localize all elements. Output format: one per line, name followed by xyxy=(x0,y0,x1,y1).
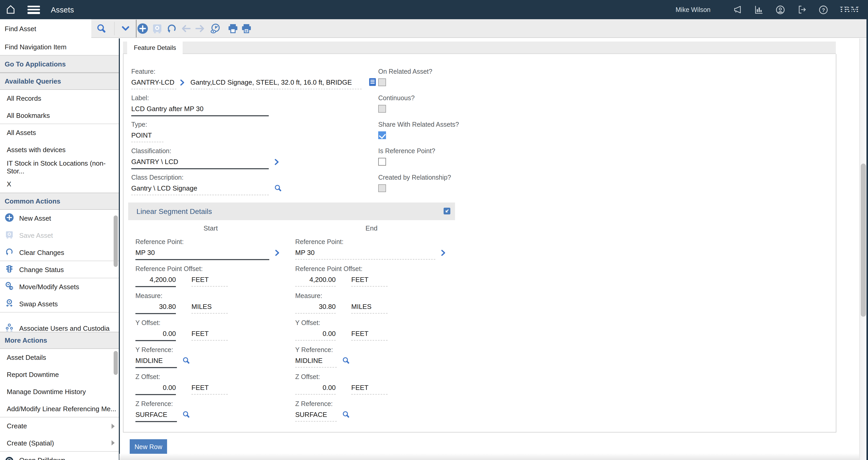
sidebar-item-open-drilldown-clipped[interactable]: Open Drilldown xyxy=(0,452,119,460)
drilldown-icon xyxy=(5,455,14,460)
sidebar-item-new-asset[interactable]: New Asset xyxy=(0,210,119,227)
start-measure-unit: MILES xyxy=(191,303,228,314)
end-y-offset-value[interactable]: 0.00 xyxy=(295,330,336,341)
class-description-search-icon[interactable] xyxy=(274,184,282,193)
sidebar-item-create[interactable]: Create xyxy=(0,418,119,435)
end-z-offset-value[interactable]: 0.00 xyxy=(295,384,336,395)
is-reference-point-label: Is Reference Point? xyxy=(378,147,435,155)
end-z-reference-search-icon[interactable] xyxy=(342,411,350,419)
sidebar-item-clear-changes[interactable]: Clear Changes xyxy=(0,244,119,261)
logout-icon[interactable] xyxy=(797,5,807,15)
share-with-related-assets-checkbox[interactable] xyxy=(378,131,386,139)
print-with-attachments-icon[interactable] xyxy=(241,23,252,34)
feature-value[interactable]: GANTRY-LCD xyxy=(131,78,177,89)
collapse-section-icon[interactable] xyxy=(443,208,451,214)
start-measure-field: Measure: 30.80 MILES xyxy=(135,292,228,314)
start-measure-value[interactable]: 30.80 xyxy=(135,303,176,314)
sidebar-item-x[interactable]: X xyxy=(0,175,119,193)
sidebar-item-swap-assets[interactable]: Swap Assets xyxy=(0,295,119,313)
sidebar-item-add-modify-linear-referencing[interactable]: Add/Modify Linear Referencing Me... xyxy=(0,400,119,418)
share-with-related-assets-field: Share With Related Assets? xyxy=(378,121,459,139)
sidebar-item-move-modify-assets[interactable]: Move/Modify Assets xyxy=(0,278,119,295)
save-icon xyxy=(5,230,14,241)
type-field-label: Type: xyxy=(131,121,163,128)
print-icon[interactable] xyxy=(227,23,239,34)
end-reference-point-value[interactable]: MP 30 xyxy=(295,249,435,260)
find-navigation-input[interactable]: Find Navigation Item xyxy=(0,38,119,56)
find-asset-input[interactable]: Find Asset xyxy=(0,19,91,38)
announcement-icon[interactable] xyxy=(732,5,742,15)
tab-feature-details[interactable]: Feature Details xyxy=(127,41,183,54)
sidebar-item-assets-with-devices[interactable]: Assets with devices xyxy=(0,141,119,159)
new-record-icon[interactable] xyxy=(137,23,148,34)
end-reference-point-chevron-icon[interactable] xyxy=(440,249,446,257)
sidebar-header-common-actions[interactable]: Common Actions xyxy=(0,193,119,210)
start-y-reference-search-icon[interactable] xyxy=(182,357,190,365)
start-reference-point-value[interactable]: MP 30 xyxy=(135,249,269,260)
sidebar-header-more-actions[interactable]: More Actions xyxy=(0,332,119,349)
class-description-value[interactable]: Gantry \ LCD Signage xyxy=(131,184,269,195)
main-scrollbar-track[interactable] xyxy=(859,38,866,460)
sidebar-item-it-stock[interactable]: IT Stock in Stock Locations (non-Stor... xyxy=(0,159,119,175)
menu-icon[interactable] xyxy=(28,5,40,14)
end-y-reference-search-icon[interactable] xyxy=(342,357,350,365)
toolbar: Find Asset xyxy=(0,19,868,38)
start-y-reference-value[interactable]: MIDLINE xyxy=(135,357,177,368)
end-measure-value[interactable]: 30.80 xyxy=(295,303,336,314)
start-reference-point-offset-value[interactable]: 4,200.00 xyxy=(135,276,176,287)
sidebar-item-all-records[interactable]: All Records xyxy=(0,90,119,107)
start-reference-point-chevron-icon[interactable] xyxy=(275,249,280,257)
start-column-header: Start xyxy=(190,224,231,232)
end-measure-field: Measure: 30.80 MILES xyxy=(295,292,388,314)
sidebar-item-all-bookmarks[interactable]: All Bookmarks xyxy=(0,107,119,124)
clear-changes-icon[interactable] xyxy=(166,23,178,34)
sidebar-item-report-downtime[interactable]: Report Downtime xyxy=(0,366,119,383)
sidebar-header-go-to-applications[interactable]: Go To Applications xyxy=(0,56,119,73)
end-measure-unit: MILES xyxy=(351,303,388,314)
home-icon[interactable] xyxy=(5,4,16,15)
is-reference-point-checkbox[interactable] xyxy=(378,158,386,166)
start-z-reference-search-icon[interactable] xyxy=(182,411,190,419)
sidebar-item-change-status[interactable]: Change Status xyxy=(0,261,119,278)
start-y-offset-value[interactable]: 0.00 xyxy=(135,330,176,341)
sidebar-item-create-spatial[interactable]: Create (Spatial) xyxy=(0,435,119,452)
associate-users-icon xyxy=(5,323,14,332)
classify-chevron-icon[interactable] xyxy=(274,159,280,166)
user-name[interactable]: Mike Wilson xyxy=(676,6,711,13)
detail-chevron-icon[interactable] xyxy=(180,79,185,86)
sidebar-item-all-assets[interactable]: All Assets xyxy=(0,124,119,141)
new-row-button[interactable]: New Row xyxy=(130,439,167,454)
sidebar-item-asset-details[interactable]: Asset Details xyxy=(0,349,119,366)
chevron-down-icon[interactable] xyxy=(120,23,131,34)
sidebar-item-save-asset: Save Asset xyxy=(0,227,119,244)
sidebar-item-associate-users-clipped[interactable]: Associate Users and Custodia xyxy=(0,313,119,332)
search-icon[interactable] xyxy=(95,23,107,34)
profile-icon[interactable] xyxy=(775,4,785,15)
start-z-reference-value[interactable]: SURFACE xyxy=(135,411,177,422)
end-y-offset-unit: FEET xyxy=(351,330,388,341)
end-y-reference-value[interactable]: MIDLINE xyxy=(295,357,337,368)
start-z-offset-value[interactable]: 0.00 xyxy=(135,384,176,395)
sidebar-header-available-queries[interactable]: Available Queries xyxy=(0,73,119,90)
bar-chart-icon[interactable] xyxy=(753,5,764,15)
swap-icon xyxy=(5,298,14,309)
end-reference-point-offset-value[interactable]: 4,200.00 xyxy=(295,276,336,287)
detail-menu-icon[interactable] xyxy=(369,78,376,88)
help-icon[interactable]: ? xyxy=(818,4,828,15)
status-history-icon[interactable] xyxy=(210,23,221,34)
main-scrollbar-thumb[interactable] xyxy=(861,164,866,317)
label-field-value[interactable]: LCD Gantry after MP 30 xyxy=(131,105,269,116)
feature-field: Feature: GANTRY-LCD Gantry,LCD Signage, … xyxy=(131,68,376,89)
type-field-value: POINT xyxy=(131,131,163,142)
feature-description[interactable]: Gantry,LCD Signage, STEEL, 32.0 ft, 16.0… xyxy=(190,78,362,89)
plus-circle-icon xyxy=(5,213,14,224)
classification-field: Classification: GANTRY \ LCD xyxy=(131,147,280,169)
start-reference-point-field: Reference Point: MP 30 xyxy=(135,238,280,260)
end-z-reference-value[interactable]: SURFACE xyxy=(295,411,337,422)
common-actions-scrollbar[interactable] xyxy=(114,215,118,267)
sidebar-item-manage-downtime-history[interactable]: Manage Downtime History xyxy=(0,383,119,400)
topbar-right: Mike Wilson ? IBM xyxy=(676,0,860,19)
classification-value[interactable]: GANTRY \ LCD xyxy=(131,158,269,169)
more-actions-scrollbar[interactable] xyxy=(114,351,118,375)
on-related-asset-label: On Related Asset? xyxy=(378,68,432,75)
